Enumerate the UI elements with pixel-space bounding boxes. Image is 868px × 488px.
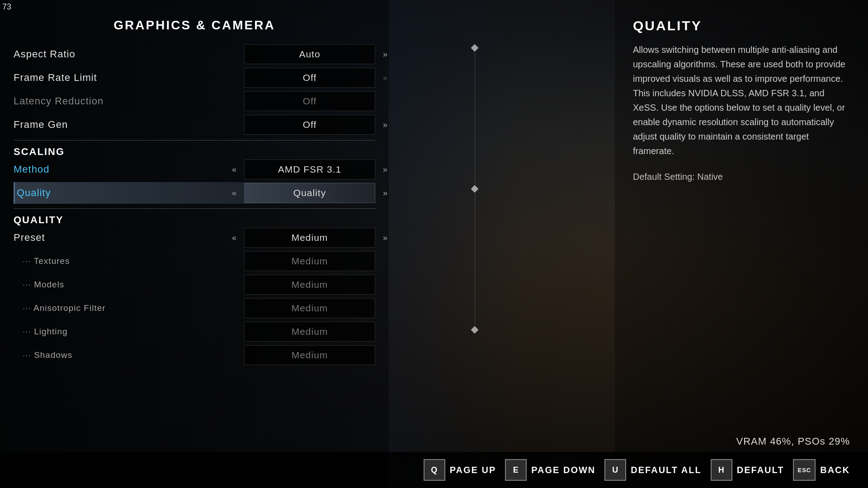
quality-row[interactable]: Quality « Quality » [14,182,375,204]
frame-rate-label: Frame Rate Limit [14,72,244,84]
default-label: DEFAULT [737,465,784,475]
e-key[interactable]: E [505,459,527,481]
detail-description: Allows switching between multiple anti-a… [633,42,850,158]
latency-reduction-value: Off [303,96,317,107]
shadows-label: Shadows [14,350,244,360]
preset-value-box[interactable]: « Medium » [244,228,375,248]
anisotropic-filter-value: Medium [292,303,328,314]
page-down-label: PAGE DOWN [531,465,595,475]
quality-label: Quality [17,187,244,199]
back-label: BACK [820,465,850,475]
textures-label: Textures [14,256,244,266]
method-arrow-right[interactable]: » [383,165,387,174]
default-all-button[interactable]: U DEFAULT ALL [604,459,701,481]
preset-label: Preset [14,232,244,244]
models-row: Models Medium [14,274,375,296]
latency-reduction-label: Latency Reduction [14,95,244,107]
u-key[interactable]: U [604,459,626,481]
shadows-value-box: Medium [244,345,375,365]
page-up-label: PAGE UP [450,465,496,475]
latency-reduction-value-box: Off [244,91,375,111]
scroll-bottom-diamond [471,326,479,334]
quality-arrow-right[interactable]: » [383,188,387,198]
shadows-value: Medium [292,350,328,361]
preset-arrow-left[interactable]: « [232,233,236,243]
scroll-top-diamond [471,44,479,52]
button-group: Q PAGE UP E PAGE DOWN U DEFAULT ALL H DE… [424,459,850,481]
anisotropic-filter-value-box: Medium [244,298,375,318]
q-key[interactable]: Q [424,459,445,481]
default-all-label: DEFAULT ALL [631,465,701,475]
lighting-value: Medium [292,326,328,337]
method-value-box[interactable]: « AMD FSR 3.1 » [244,160,375,179]
frame-gen-arrow-right[interactable]: » [383,120,387,130]
scaling-divider [14,140,375,141]
scroll-indicator [470,45,479,334]
lighting-row: Lighting Medium [14,321,375,343]
method-arrow-left[interactable]: « [232,165,236,174]
scroll-line-top [475,52,475,184]
frame-rate-value: Off [303,72,317,83]
aspect-ratio-arrow-right[interactable]: » [383,50,387,59]
method-row[interactable]: Method « AMD FSR 3.1 » [14,159,375,180]
back-button[interactable]: ESC BACK [793,459,850,481]
fps-counter: 73 [2,2,11,12]
aspect-ratio-label: Aspect Ratio [14,48,244,60]
frame-rate-row[interactable]: Frame Rate Limit Off » [14,67,375,89]
page-title: GRAPHICS & CAMERA [14,18,375,33]
bottom-bar: Q PAGE UP E PAGE DOWN U DEFAULT ALL H DE… [0,452,868,488]
frame-gen-row[interactable]: Frame Gen Off » [14,114,375,136]
scaling-settings-list: Method « AMD FSR 3.1 » Quality « Quality… [14,159,375,204]
preset-arrow-right[interactable]: » [383,233,387,243]
frame-rate-value-box[interactable]: Off » [244,68,375,88]
models-value-box: Medium [244,275,375,295]
right-panel: QUALITY Allows switching between multipl… [615,0,868,488]
textures-row: Textures Medium [14,250,375,272]
quality-settings-list: Preset « Medium » Textures Medium Models… [14,227,375,366]
quality-value-box[interactable]: « Quality » [244,183,375,203]
h-key[interactable]: H [711,459,732,481]
preset-value: Medium [292,232,328,243]
esc-key[interactable]: ESC [793,459,816,481]
latency-reduction-row: Latency Reduction Off [14,90,375,112]
lighting-label: Lighting [14,327,244,337]
aspect-ratio-value: Auto [299,49,320,60]
models-value: Medium [292,279,328,290]
main-settings-list: Aspect Ratio Auto » Frame Rate Limit Off… [14,43,375,136]
method-value: AMD FSR 3.1 [278,164,342,175]
vram-info: VRAM 46%, PSOs 29% [736,436,850,447]
default-button[interactable]: H DEFAULT [711,459,784,481]
page-up-button[interactable]: Q PAGE UP [424,459,496,481]
default-setting: Default Setting: Native [633,172,850,182]
quality-value: Quality [293,188,326,198]
anisotropic-filter-row: Anisotropic Filter Medium [14,297,375,319]
frame-gen-value: Off [303,119,317,130]
aspect-ratio-value-box[interactable]: Auto » [244,44,375,64]
scroll-middle-diamond [471,185,479,193]
page-down-button[interactable]: E PAGE DOWN [505,459,595,481]
method-label: Method [14,164,244,175]
models-label: Models [14,280,244,290]
frame-gen-label: Frame Gen [14,119,244,131]
quality-arrow-left[interactable]: « [232,188,236,198]
scroll-line-bottom [475,193,475,325]
anisotropic-filter-label: Anisotropic Filter [14,303,244,313]
quality-title: QUALITY [14,211,375,226]
preset-row[interactable]: Preset « Medium » [14,227,375,249]
shadows-row: Shadows Medium [14,344,375,366]
frame-gen-value-box[interactable]: Off » [244,115,375,135]
left-panel: GRAPHICS & CAMERA Aspect Ratio Auto » Fr… [0,0,389,488]
quality-divider [14,208,375,209]
detail-title: QUALITY [633,18,850,33]
frame-rate-arrow-right[interactable]: » [383,73,387,83]
aspect-ratio-row[interactable]: Aspect Ratio Auto » [14,43,375,65]
scaling-title: SCALING [14,143,375,158]
lighting-value-box: Medium [244,322,375,342]
textures-value-box: Medium [244,251,375,271]
textures-value: Medium [292,256,328,267]
